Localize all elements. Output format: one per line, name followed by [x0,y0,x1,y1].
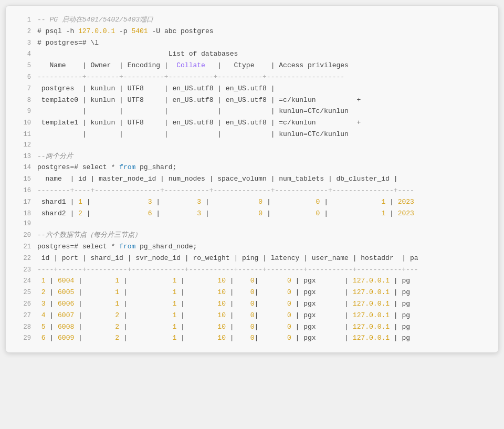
terminal-line: 20--六个数据节点（每分片三节点） [16,229,488,241]
text-segment: | | | | | kunlun=CTc/kunlun [37,130,349,138]
text-segment: 0 [287,311,291,319]
text-segment: 1 [41,277,46,285]
text-segment: from [119,243,135,250]
terminal-line: 23----+------+----------+-------------+-… [16,264,488,276]
text-segment: | pg [390,277,410,285]
text-segment: | pg [390,334,410,342]
line-content: 6 | 6009 | 2 | 1 | 10 | 0| 0 | pgx | 127… [37,332,488,343]
text-segment: | [74,288,115,296]
line-number: 17 [16,197,31,208]
terminal-line: 6-----------+--------+----------+-------… [16,71,488,83]
line-content: 4 | 6007 | 2 | 1 | 10 | 0| 0 | pgx | 127… [37,310,488,321]
text-segment: | | | | | kunlun=CTc/kunlun [37,107,349,115]
text-segment: | pgx | [291,300,353,308]
line-content: -- PG 启动在5401/5402/5403端口 [37,14,488,25]
text-segment: | [152,210,197,217]
text-segment: -U abc postgres [148,27,214,35]
terminal-line: 1-- PG 启动在5401/5402/5403端口 [16,14,488,26]
text-segment: name | id | master_node_id | num_nodes |… [37,175,398,183]
text-segment: 2 [115,311,119,319]
line-number: 6 [16,72,31,83]
text-segment: | [176,323,217,331]
text-segment: postgres=# select * [37,163,119,171]
text-segment: 5 [41,323,46,331]
text-segment: 127.0.0.1 [353,323,390,331]
text-segment: # psql -h [37,27,78,35]
terminal-line: 26 3 | 6006 | 1 | 1 | 10 | 0| 0 | pgx | … [16,298,488,310]
text-segment: from [119,163,135,171]
line-content: template0 | kunlun | UTF8 | en_US.utf8 |… [37,95,488,106]
text-segment: --六个数据节点（每分片三节点） [37,231,141,239]
text-segment: 10 [217,311,226,319]
terminal-window: 1-- PG 启动在5401/5402/5403端口2# psql -h 127… [5,5,499,353]
text-segment: | pgx | [291,277,353,285]
line-number: 19 [16,219,31,229]
text-segment: 0 [287,277,291,285]
text-segment: id | port | shard_id | svr_node_id | ro_… [37,254,418,262]
line-number: 29 [16,333,31,344]
text-segment: | pgx | [291,288,353,296]
text-segment: 0 [258,198,262,206]
text-segment: 127.0.0.1 [353,300,390,308]
text-segment: | [152,198,197,206]
text-segment: | [262,210,316,217]
text-segment: | [255,311,287,319]
text-segment: | [176,311,217,319]
line-number: 5 [16,61,31,71]
text-segment: | pgx | [291,323,353,331]
line-number: 3 [16,38,31,49]
line-content: --两个分片 [37,151,488,162]
text-segment: 0 [250,300,255,308]
terminal-line: 28 5 | 6008 | 2 | 1 | 10 | 0| 0 | pgx | … [16,321,488,333]
text-segment: | [46,300,58,308]
line-number: 9 [16,107,31,117]
terminal-line: 16--------+----+----------------+-------… [16,185,488,196]
terminal-line: 7 postgres | kunlun | UTF8 | en_US.utf8 … [16,83,488,95]
text-segment: Collate [176,61,205,69]
text-segment: 6005 [58,288,74,296]
text-segment: | [74,334,115,342]
text-segment: -p [115,27,131,35]
text-segment: 10 [217,300,226,308]
text-segment: | [201,210,258,217]
terminal-line: 19 [16,219,488,229]
text-segment: | [46,311,58,319]
line-content: -----------+--------+----------+--------… [37,71,488,82]
line-number: 10 [16,118,31,129]
line-content: --------+----+----------------+---------… [37,185,488,196]
terminal-line: 15 name | id | master_node_id | num_node… [16,173,488,185]
text-segment: | [176,300,217,308]
text-segment: template1 | kunlun | UTF8 | en_US.utf8 |… [37,119,361,127]
text-segment: Name | Owner | Encoding | [37,61,176,69]
text-segment: postgres=# select * [37,243,119,250]
text-segment: shard1 | [37,198,78,206]
line-content: template1 | kunlun | UTF8 | en_US.utf8 |… [37,117,488,128]
line-content: 5 | 6008 | 2 | 1 | 10 | 0| 0 | pgx | 127… [37,321,488,332]
terminal-line: 18 shard2 | 2 | 6 | 3 | 0 | 0 | 1 | 2023 [16,208,488,219]
terminal-line: 5 Name | Owner | Encoding | Collate | Ct… [16,60,488,71]
text-segment: 127.0.0.1 [353,277,390,285]
text-segment: 1 [115,300,119,308]
text-segment: | pg [390,288,410,296]
text-segment: | [255,277,287,285]
text-segment: 0 [250,323,255,331]
text-segment: pg_shard_node; [135,243,197,250]
line-number: 16 [16,186,31,196]
terminal-line: 29 6 | 6009 | 2 | 1 | 10 | 0| 0 | pgx | … [16,332,488,344]
line-number: 21 [16,242,31,253]
text-segment: | pgx | [291,311,353,319]
text-segment: 0 [287,334,291,342]
text-segment: | [226,334,250,342]
terminal-line: 8 template0 | kunlun | UTF8 | en_US.utf8… [16,95,488,106]
text-segment: 0 [250,277,255,285]
text-segment: 127.0.0.1 [78,27,115,35]
text-segment: 0 [287,323,291,331]
text-segment: 2023 [398,198,414,206]
text-segment: 6008 [58,323,74,331]
line-content: --六个数据节点（每分片三节点） [37,229,488,240]
terminal-line: 14postgres=# select * from pg_shard; [16,162,488,173]
text-segment: List of databases [37,50,238,58]
text-segment [37,334,41,342]
line-number: 28 [16,322,31,333]
text-segment: | [119,300,172,308]
